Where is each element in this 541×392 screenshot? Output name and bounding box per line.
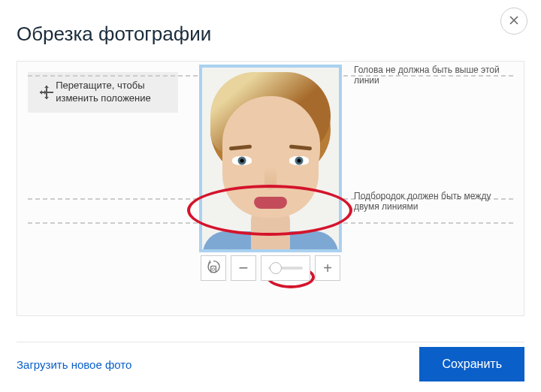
divider [17, 342, 524, 342]
editor-panel: Перетащите, чтобы изменить положение Гол… [17, 61, 524, 316]
photo-stage: Голова не должна быть выше этой линии По… [17, 62, 524, 294]
toolbar: − + [201, 255, 340, 281]
save-button[interactable]: Сохранить [419, 347, 524, 381]
zoom-in-button[interactable]: + [315, 255, 340, 281]
photo-image [202, 68, 339, 249]
close-button[interactable] [500, 8, 527, 35]
photo-frame[interactable] [199, 65, 342, 252]
zoom-out-button[interactable]: − [231, 255, 256, 281]
svg-point-1 [212, 267, 214, 270]
zoom-slider[interactable] [261, 255, 310, 281]
slider-track [268, 267, 303, 270]
guide-label-top: Голова не должна быть выше этой линии [354, 65, 512, 86]
plus-icon: + [323, 260, 332, 277]
footer: Загрузить новое фото Сохранить [17, 347, 524, 381]
minus-icon: − [239, 258, 249, 278]
rotate-icon [206, 260, 221, 277]
guide-label-bottom: Подбородок должен быть между двумя линия… [354, 191, 512, 213]
slider-handle[interactable] [270, 262, 282, 274]
close-icon [508, 13, 520, 30]
rotate-button[interactable] [201, 255, 226, 281]
upload-new-link[interactable]: Загрузить новое фото [17, 358, 131, 371]
page-title: Обрезка фотографии [0, 0, 541, 61]
